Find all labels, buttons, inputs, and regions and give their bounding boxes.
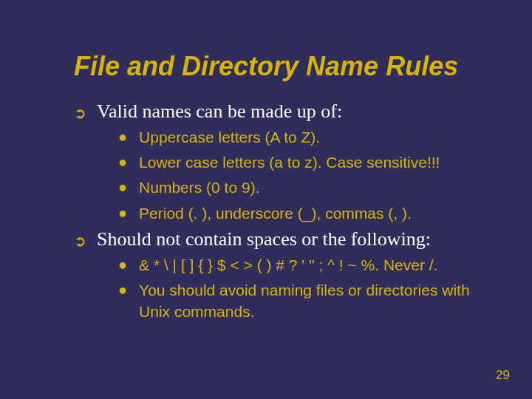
dot-bullet-icon: ● <box>118 152 127 171</box>
dot-bullet-icon: ● <box>118 255 127 274</box>
list-item: ● & * \ | [ ] { } $ < > ( ) # ? ' " ; ^ … <box>118 255 502 276</box>
list-item: ● Lower case letters (a to z). Case sens… <box>118 152 502 173</box>
list-item-text: Lower case letters (a to z). Case sensit… <box>139 152 440 173</box>
list-item: ● You should avoid naming files or direc… <box>118 280 502 322</box>
section-heading: ➲ Should not contain spaces or the follo… <box>74 228 502 250</box>
list-item-text: You should avoid naming files or directo… <box>139 280 502 322</box>
list-item-text: Period (. ), underscore (_), commas (, )… <box>139 203 412 224</box>
slide-title: File and Directory Name Rules <box>74 52 502 81</box>
section-heading: ➲ Valid names can be made up of: <box>74 100 502 123</box>
list-item: ● Uppercase letters (A to Z). <box>118 127 502 148</box>
list-item-text: Uppercase letters (A to Z). <box>139 127 320 148</box>
dot-bullet-icon: ● <box>118 177 127 197</box>
dot-bullet-icon: ● <box>118 127 127 146</box>
slide: File and Directory Name Rules ➲ Valid na… <box>0 0 532 399</box>
arrow-bullet-icon: ➲ <box>74 230 86 252</box>
section-heading-text: Valid names can be made up of: <box>97 100 342 123</box>
arrow-bullet-icon: ➲ <box>74 102 86 124</box>
list-item: ● Period (. ), underscore (_), commas (,… <box>118 203 502 224</box>
section-heading-text: Should not contain spaces or the followi… <box>97 228 431 250</box>
list-item: ● Numbers (0 to 9). <box>118 177 502 198</box>
page-number: 29 <box>496 368 510 383</box>
dot-bullet-icon: ● <box>118 280 127 299</box>
list-item-text: Numbers (0 to 9). <box>139 177 259 198</box>
list-item-text: & * \ | [ ] { } $ < > ( ) # ? ' " ; ^ ! … <box>139 255 437 276</box>
dot-bullet-icon: ● <box>118 203 127 222</box>
